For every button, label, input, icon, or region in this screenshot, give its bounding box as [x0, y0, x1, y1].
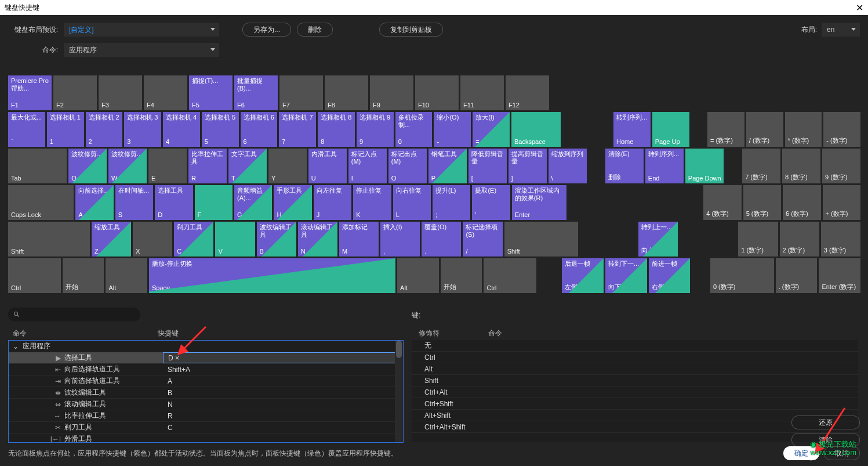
close-icon[interactable]: ✕ [856, 2, 863, 13]
delete-button[interactable]: 删除 [297, 23, 333, 37]
key-2-[interactable]: 2 (数字) [780, 222, 819, 257]
item-shortcut[interactable]: A [163, 376, 403, 386]
key-s[interactable]: 在时间轴...S [115, 185, 153, 220]
key-f7[interactable]: F7 [279, 75, 323, 110]
key--[interactable]: 清除(E)删除 [605, 149, 644, 183]
item-shortcut[interactable]: R [163, 411, 403, 421]
key-1[interactable]: 选择相机 11 [47, 112, 84, 147]
key-b[interactable]: 波纹编辑工具B [257, 222, 296, 257]
key-h[interactable]: 手形工具H [274, 185, 311, 220]
key--[interactable]: 降低剪辑音量[ [468, 149, 507, 183]
key-end[interactable]: 转到序列...End [645, 149, 684, 183]
list-group[interactable]: ⌄ 应用程序 [9, 341, 403, 352]
key--[interactable]: - (数字) [823, 112, 860, 147]
key-4-[interactable]: 4 (数字) [703, 185, 741, 220]
key-tab[interactable]: Tab [8, 149, 67, 183]
key-enter-[interactable]: Enter (数字) [819, 258, 860, 293]
key-w[interactable]: 波纹修剪...W [108, 149, 147, 183]
key-f1[interactable]: Premiere Pro 帮助...F1 [8, 75, 52, 110]
key-z[interactable]: 缩放工具Z [92, 222, 131, 257]
key-f9[interactable]: F9 [370, 75, 413, 110]
copy-clipboard-button[interactable]: 复制到剪贴板 [379, 23, 443, 37]
key-ctrl[interactable]: Ctrl [484, 258, 536, 293]
key-x[interactable]: X [133, 222, 172, 257]
list-item[interactable]: ⇔滚动编辑工具N [9, 399, 403, 410]
key-i[interactable]: 标记入点(M)I [348, 149, 387, 183]
key-3-[interactable]: 3 (数字) [821, 222, 860, 257]
modifier-item[interactable]: Shift [412, 375, 858, 386]
item-shortcut[interactable]: Shift+A [163, 364, 403, 374]
key--[interactable]: 标记选择项(S)/ [463, 222, 502, 257]
key-shift[interactable]: Shift [504, 222, 578, 257]
key-page-down[interactable]: Page Down [685, 149, 724, 183]
key-e[interactable]: E [148, 149, 187, 183]
key--[interactable]: 后退一帧左侧 [562, 258, 604, 293]
key-home[interactable]: 转到序列...Home [613, 112, 651, 147]
list-item[interactable]: |←|外滑工具 [9, 434, 403, 443]
key-f3[interactable]: F3 [99, 75, 142, 110]
key-f11[interactable]: F11 [460, 75, 504, 110]
item-shortcut[interactable]: D × [163, 352, 403, 363]
key-m[interactable]: 添加标记M [339, 222, 379, 257]
key-9[interactable]: 选择相机 99 [357, 112, 394, 147]
key-n[interactable]: 滚动编辑工具N [298, 222, 337, 257]
key-8-[interactable]: 8 (数字) [782, 149, 820, 183]
key-f[interactable]: F [195, 185, 233, 220]
undo-button[interactable]: 还原 [791, 416, 860, 429]
key-d[interactable]: 选择工具D [155, 185, 193, 220]
key-4[interactable]: 选择相机 44 [163, 112, 200, 147]
list-item[interactable]: ✂剃刀工具C [9, 422, 403, 434]
key-space[interactable]: 播放-停止切换Space [149, 258, 395, 293]
save-as-button[interactable]: 另存为... [242, 23, 291, 37]
list-item[interactable]: ▶选择工具D × [9, 352, 403, 364]
key-0-[interactable]: 0 (数字) [710, 258, 774, 293]
key-enter[interactable]: 渲染工作区域内的效果(R)Enter [512, 185, 566, 220]
key-page-up[interactable]: Page Up [652, 112, 689, 147]
command-combo[interactable]: 应用程序 [64, 43, 219, 57]
scrollbar[interactable] [395, 341, 403, 442]
key-8[interactable]: 选择相机 88 [318, 112, 355, 147]
list-item[interactable]: ⇤向后选择轨道工具Shift+A [9, 364, 403, 375]
key-f2[interactable]: F2 [53, 75, 97, 110]
item-shortcut[interactable]: N [163, 399, 403, 409]
key-l[interactable]: 向右往复L [393, 185, 431, 220]
key-v[interactable]: V [215, 222, 255, 257]
item-shortcut[interactable]: C [163, 422, 403, 432]
key--[interactable]: 缩放到序列\ [549, 149, 587, 183]
key-g[interactable]: 音频增益(A)...G [234, 185, 272, 220]
modifier-item[interactable]: Ctrl+Shift [412, 398, 858, 410]
key-f8[interactable]: F8 [325, 75, 368, 110]
modifier-item[interactable]: Ctrl [412, 352, 858, 363]
key-k[interactable]: 停止往复K [353, 185, 391, 220]
clear-button[interactable]: 清除 [791, 433, 860, 447]
key--[interactable]: * (数字) [785, 112, 822, 147]
key-ctrl[interactable]: Ctrl [8, 258, 61, 293]
key--[interactable]: 缩小(O)- [434, 112, 471, 147]
key--[interactable]: 转到下一...向下 [605, 258, 647, 293]
key-y[interactable]: Y [268, 149, 307, 183]
modifier-item[interactable]: Ctrl+Alt [412, 386, 858, 398]
key--[interactable]: + (数字) [823, 185, 860, 220]
search-input[interactable] [8, 308, 140, 321]
key-f12[interactable]: F12 [506, 75, 549, 110]
key-f10[interactable]: F10 [415, 75, 459, 110]
key--[interactable]: 最大化或...` [8, 112, 45, 147]
list-item[interactable]: ↔比率拉伸工具R [9, 410, 403, 422]
key-a[interactable]: 向前选择...A [75, 185, 113, 220]
key-6-[interactable]: 6 (数字) [783, 185, 820, 220]
list-item[interactable]: ⇼波纹编辑工具B [9, 387, 403, 399]
key-0[interactable]: 多机位录制...0 [395, 112, 433, 147]
key-2[interactable]: 选择相机 22 [86, 112, 123, 147]
command-list[interactable]: ⌄ 应用程序 ▶选择工具D ×⇤向后选择轨道工具Shift+A⇥向前选择轨道工具… [8, 340, 404, 443]
list-item[interactable]: ⇥向前选择轨道工具A [9, 375, 403, 387]
key-p[interactable]: 钢笔工具P [428, 149, 467, 183]
key-9-[interactable]: 9 (数字) [822, 149, 860, 183]
item-shortcut[interactable] [163, 434, 403, 443]
key-alt[interactable]: Alt [106, 258, 147, 293]
key--[interactable]: 提取(E)' [472, 185, 510, 220]
key-t[interactable]: 文字工具T [228, 149, 267, 183]
modifier-item[interactable]: 无 [412, 340, 858, 352]
item-shortcut[interactable]: B [163, 388, 403, 398]
key-j[interactable]: 向左往复J [314, 185, 351, 220]
key--[interactable]: 转到上一...向上 [638, 222, 678, 257]
